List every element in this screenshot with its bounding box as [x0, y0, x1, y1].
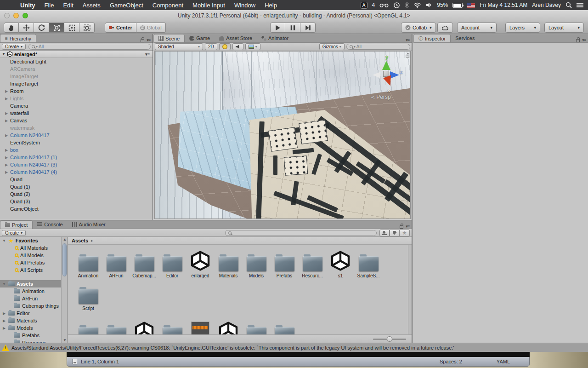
- effects-toggle-button[interactable]: ▾: [245, 43, 260, 50]
- panel-menu-icon[interactable]: ▾≡: [406, 224, 409, 229]
- asset-cubemap[interactable]: Cubemap...: [130, 250, 158, 278]
- tab-services[interactable]: Services: [451, 34, 479, 42]
- lock-icon[interactable]: [400, 225, 403, 229]
- search-filter-caret[interactable]: ▾: [36, 45, 38, 49]
- asset-prefabs[interactable]: Prefabs: [271, 250, 298, 278]
- hierarchy-item-imagetarget[interactable]: ▶ImageTarget: [0, 80, 153, 87]
- pause-button[interactable]: [285, 23, 300, 33]
- panel-menu-icon[interactable]: ▾≡: [582, 38, 586, 42]
- assets-root[interactable]: ▼Assets: [0, 280, 61, 288]
- bluetooth-icon[interactable]: [405, 1, 409, 9]
- panel-menu-icon[interactable]: ▾≡: [406, 38, 409, 42]
- spotlight-icon[interactable]: [565, 1, 572, 9]
- favorite-all-materials[interactable]: All Materials: [0, 244, 61, 252]
- menubar-clock[interactable]: Fri May 4 12:51 AM: [480, 2, 527, 8]
- asset-enlarged[interactable]: enlarged: [187, 250, 214, 278]
- scene-search-input[interactable]: ▾ All: [346, 44, 410, 50]
- transform-tool-button[interactable]: [79, 23, 95, 33]
- tab-asset-store[interactable]: Asset Store: [215, 34, 257, 42]
- scroll-up-icon[interactable]: ▲: [63, 237, 67, 242]
- hierarchy-item-column-n240417-3[interactable]: ▶Column N240417 (3): [0, 161, 153, 168]
- scene-viewport[interactable]: y z x Persp: [154, 51, 411, 219]
- favorites-filter-button[interactable]: ★: [400, 230, 410, 236]
- favorite-all-prefabs[interactable]: All Prefabs: [0, 259, 61, 266]
- pan-tool-button[interactable]: [4, 23, 19, 33]
- input-source-icon[interactable]: A: [361, 2, 368, 9]
- lock-icon[interactable]: [141, 39, 144, 42]
- folder-editor[interactable]: ▶Editor: [0, 310, 61, 317]
- asset-arfun[interactable]: ARFun: [102, 250, 130, 278]
- lock-icon[interactable]: [576, 39, 580, 42]
- hierarchy-item-box[interactable]: ▶box: [0, 146, 153, 154]
- menu-help[interactable]: Help: [260, 2, 282, 9]
- collapse-arrow-icon[interactable]: ▼: [2, 52, 6, 56]
- lighting-toggle-button[interactable]: [219, 43, 231, 50]
- hierarchy-item-camera[interactable]: ▶Camera: [0, 102, 153, 109]
- gizmos-dropdown[interactable]: Gizmos▾: [319, 43, 345, 50]
- audio-toggle-button[interactable]: [232, 43, 243, 50]
- pivot-toggle-button[interactable]: Center: [105, 23, 136, 33]
- axis-negx-cone[interactable]: [373, 72, 380, 78]
- tab-project[interactable]: Project: [0, 220, 33, 229]
- hierarchy-item-imagetarget[interactable]: ▶ImageTarget: [0, 73, 153, 80]
- hierarchy-item-waterfall[interactable]: ▶waterfall: [0, 109, 153, 117]
- hierarchy-item-arcamera[interactable]: ▶ARCamera: [0, 65, 153, 73]
- hierarchy-item-quad-2[interactable]: ▶Quad (2): [0, 190, 153, 198]
- panel-menu-icon[interactable]: ▾≡: [147, 38, 150, 42]
- slider-thumb[interactable]: [387, 336, 392, 342]
- hierarchy-item-column-n240417[interactable]: ▶Column N240417: [0, 132, 153, 139]
- expand-arrow-icon[interactable]: ▶: [2, 326, 6, 330]
- favorite-all-scripts[interactable]: All Scripts: [0, 266, 61, 274]
- move-tool-button[interactable]: [19, 23, 34, 33]
- glasses-icon[interactable]: [379, 1, 389, 9]
- scene-orientation-gizmo[interactable]: y z x Persp: [368, 54, 404, 98]
- background-editor-window[interactable]: Line 1, Column 1 Spaces: 2 YAML: [67, 352, 530, 368]
- account-dropdown[interactable]: Account: [457, 23, 497, 33]
- expand-arrow-icon[interactable]: ▶: [4, 148, 9, 152]
- tab-console[interactable]: Console: [33, 220, 67, 229]
- grid-scrollbar[interactable]: [408, 245, 412, 334]
- hierarchy-item-quad-3[interactable]: ▶Quad (3): [0, 198, 153, 205]
- tab-inspector[interactable]: ⓘInspector: [413, 34, 451, 42]
- hierarchy-item-quad[interactable]: ▶Quad: [0, 176, 153, 183]
- rect-tool-button[interactable]: [64, 23, 79, 33]
- layers-dropdown[interactable]: Layers: [505, 23, 540, 33]
- perspective-label[interactable]: Persp: [371, 94, 391, 100]
- battery-icon[interactable]: [452, 3, 463, 8]
- space-toggle-button[interactable]: Global: [136, 23, 166, 33]
- hierarchy-item-lights[interactable]: ▶Lights: [0, 95, 153, 102]
- 2d-toggle-button[interactable]: 2D: [205, 43, 217, 50]
- tab-audio-mixer[interactable]: Audio Mixer: [68, 220, 110, 229]
- expand-arrow-icon[interactable]: ▶: [4, 89, 9, 93]
- expand-arrow-icon[interactable]: ▼: [2, 239, 6, 243]
- wifi-icon[interactable]: [413, 1, 421, 9]
- menu-gameobject[interactable]: GameObject: [105, 2, 148, 9]
- expand-arrow-icon[interactable]: ▼: [2, 282, 6, 286]
- hierarchy-item-eventsystem[interactable]: ▶EventSystem: [0, 139, 153, 146]
- asset-resourc[interactable]: Resourc...: [299, 250, 326, 278]
- expand-arrow-icon[interactable]: ▶: [4, 119, 9, 123]
- expand-arrow-icon[interactable]: ▶: [4, 133, 9, 138]
- keyboard-flag-icon[interactable]: [467, 3, 475, 8]
- time-machine-icon[interactable]: [393, 1, 400, 9]
- shading-mode-dropdown[interactable]: Shaded▾: [155, 43, 203, 50]
- collab-button[interactable]: Collab: [401, 23, 436, 33]
- volume-icon[interactable]: [426, 1, 432, 9]
- breadcrumb[interactable]: Assets: [68, 237, 412, 245]
- folder-resources[interactable]: Resources: [0, 339, 61, 343]
- hierarchy-item-room[interactable]: ▶Room: [0, 87, 153, 95]
- favorite-all-models[interactable]: All Models: [0, 252, 61, 259]
- scene-header-row[interactable]: ▼ enlarged* ▾≡: [0, 51, 153, 58]
- tab-game[interactable]: Game: [185, 34, 215, 42]
- menu-window[interactable]: Window: [230, 2, 260, 9]
- layout-dropdown[interactable]: Layout: [544, 23, 584, 33]
- menu-component[interactable]: Component: [148, 2, 188, 9]
- asset-s1[interactable]: s1: [327, 250, 354, 278]
- tab-animator[interactable]: Animator: [257, 34, 293, 42]
- menu-mobile-input[interactable]: Mobile Input: [188, 2, 230, 9]
- asset-materials[interactable]: Materials: [215, 250, 242, 278]
- hierarchy-item-directional-light[interactable]: ▶Directional Light: [0, 58, 153, 65]
- folder-arfun[interactable]: ARFun: [0, 295, 61, 302]
- expand-arrow-icon[interactable]: ▶: [4, 97, 9, 101]
- label-filter-button[interactable]: [390, 230, 400, 236]
